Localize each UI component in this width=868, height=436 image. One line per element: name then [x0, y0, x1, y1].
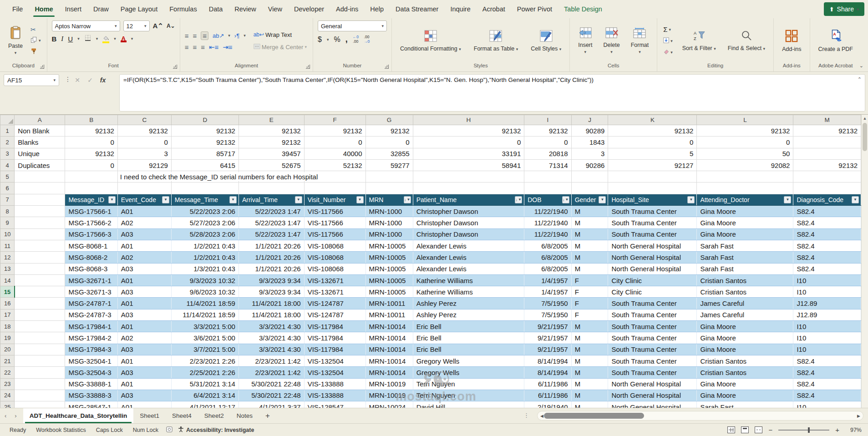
cell-B3[interactable]: 92132 — [65, 148, 117, 159]
cell-B15[interactable]: MSG-32671-3 — [65, 286, 117, 298]
cell-D13[interactable]: 1/3/2021 0:43 — [171, 263, 239, 274]
cell-G12[interactable]: MRN-10005 — [365, 252, 413, 263]
cell-J25[interactable]: M — [571, 401, 608, 408]
cell-F25[interactable]: VIS-128547 — [304, 401, 365, 408]
column-header-E[interactable]: E — [239, 115, 304, 125]
cell-G10[interactable]: MRN-1000 — [365, 228, 413, 240]
macro-record-icon[interactable] — [166, 426, 173, 434]
cell-E2[interactable]: 92132 — [239, 137, 304, 148]
cell-F14[interactable]: VIS-132671 — [304, 274, 365, 286]
cell-E8[interactable]: 5/22/2023 1:47 — [239, 206, 304, 217]
cell-L9[interactable]: Gina Moore — [697, 217, 793, 228]
cell-A14[interactable] — [15, 274, 65, 286]
cell-H13[interactable]: Alexander Lewis — [413, 263, 524, 274]
cell-K5[interactable] — [608, 171, 697, 183]
autosum-button[interactable]: Σ▾ — [662, 25, 674, 34]
cell-A13[interactable] — [15, 263, 65, 274]
row-header-20[interactable]: 20 — [0, 344, 15, 355]
cell-M18[interactable]: I10 — [793, 321, 861, 332]
ribbon-tab-inquire[interactable]: Inquire — [444, 0, 476, 18]
cell-E14[interactable]: 9/3/2023 9:34 — [239, 274, 304, 286]
cell-I11[interactable]: 6/8/2005 — [524, 240, 571, 251]
accessibility-status[interactable]: Accessibility: Investigate — [176, 426, 259, 434]
zoom-level[interactable]: 97% — [845, 427, 862, 433]
cell-A3[interactable]: Unique — [15, 148, 65, 159]
row-header-14[interactable]: 14 — [0, 274, 15, 286]
cell-C15[interactable]: A03 — [117, 286, 171, 298]
formula-bar-collapse-icon[interactable]: ⌃ — [858, 76, 862, 82]
cell-I12[interactable]: 6/8/2005 — [524, 252, 571, 263]
cell-M19[interactable]: I10 — [793, 332, 861, 344]
cell-K24[interactable]: North General Hospital — [608, 390, 697, 401]
filter-button[interactable]: ▼ — [295, 196, 302, 203]
cell-K3[interactable]: 5 — [608, 148, 697, 159]
cell-E21[interactable]: 2/23/2021 1:42 — [239, 355, 304, 366]
status-num-lock[interactable]: Num Lock — [128, 427, 163, 433]
cell-L1[interactable]: 92132 — [697, 125, 793, 137]
page-break-view-button[interactable] — [755, 426, 762, 433]
cell-A17[interactable] — [15, 309, 65, 320]
cell-K19[interactable]: South Trauma Center — [608, 332, 697, 344]
cell-F1[interactable]: 92132 — [304, 125, 365, 137]
cell-D17[interactable]: 11/14/2021 18:59 — [171, 309, 239, 320]
cell-D10[interactable]: 5/28/2023 2:06 — [171, 228, 239, 240]
cell-F8[interactable]: VIS-117566 — [304, 206, 365, 217]
text-direction-button[interactable]: ›¶ — [234, 32, 239, 39]
cell-M24[interactable]: S82.4 — [793, 390, 861, 401]
ribbon-tab-page-layout[interactable]: Page Layout — [115, 0, 163, 18]
cell-G23[interactable]: MRN-10019 — [365, 378, 413, 390]
insert-function-button[interactable]: fx — [97, 76, 108, 84]
decrease-decimal-button[interactable]: .00→0 — [364, 35, 370, 44]
cell-A25[interactable] — [15, 401, 65, 408]
cell-C3[interactable]: 3 — [117, 148, 171, 159]
cell-J15[interactable]: F — [571, 286, 608, 298]
ribbon-tab-acrobat[interactable]: Acrobat — [477, 0, 511, 18]
cell-C22[interactable]: A03 — [117, 367, 171, 378]
column-header-B[interactable]: B — [65, 115, 117, 125]
cell-C21[interactable]: A01 — [117, 355, 171, 366]
cell-L8[interactable]: Gina Moore — [697, 206, 793, 217]
cell-J13[interactable]: M — [571, 263, 608, 274]
cell-H20[interactable]: Eric Bell — [413, 344, 524, 355]
font-name-combo[interactable]: Aptos Narrow▾ — [52, 20, 120, 31]
cell-M15[interactable]: I10 — [793, 286, 861, 298]
cell-M21[interactable]: S82.4 — [793, 355, 861, 366]
cell-I21[interactable]: 8/14/1994 — [524, 355, 571, 366]
cell-I25[interactable]: 2/19/1940 — [524, 401, 571, 408]
decrease-indent-icon[interactable]: ⇤≡ — [209, 44, 218, 51]
cell-C18[interactable]: A01 — [117, 321, 171, 332]
cell-E10[interactable]: 5/22/2023 1:47 — [239, 228, 304, 240]
cell-K6[interactable] — [608, 183, 697, 194]
increase-decimal-button[interactable]: ←0.00 — [353, 35, 359, 44]
cell-G19[interactable]: MRN-10014 — [365, 332, 413, 344]
column-header-G[interactable]: G — [365, 115, 413, 125]
cell-L18[interactable]: Gina Moore — [697, 321, 793, 332]
cell-F9[interactable]: VIS-117566 — [304, 217, 365, 228]
vertical-scrollbar[interactable]: ▲ — [861, 115, 868, 408]
cell-C14[interactable]: A01 — [117, 274, 171, 286]
paste-button[interactable]: Paste ▾ — [5, 24, 26, 57]
cell-E18[interactable]: 3/3/2021 4:30 — [239, 321, 304, 332]
sheet-tab-sheet4[interactable]: Sheet4 — [166, 408, 198, 423]
cut-button[interactable]: ✂ — [29, 25, 42, 34]
cell-H18[interactable]: Eric Bell — [413, 321, 524, 332]
vertical-scrollbar-thumb[interactable] — [863, 123, 867, 151]
cell-I9[interactable]: 11/22/1940 — [524, 217, 571, 228]
cell-E1[interactable]: 92132 — [239, 125, 304, 137]
cell-D22[interactable]: 2/25/2021 2:26 — [171, 367, 239, 378]
increase-font-button[interactable]: A⌃ — [153, 22, 163, 30]
cell-A16[interactable] — [15, 298, 65, 309]
number-format-combo[interactable]: General▾ — [318, 20, 387, 31]
cell-C10[interactable]: A03 — [117, 228, 171, 240]
cell-L17[interactable]: James Careful — [697, 309, 793, 320]
status-ready[interactable]: Ready — [5, 427, 31, 433]
cell-G22[interactable]: MRN-10014 — [365, 367, 413, 378]
cell-G5[interactable] — [365, 171, 413, 183]
horizontal-scrollbar-thumb[interactable] — [544, 413, 644, 419]
ribbon-tab-data-streamer[interactable]: Data Streamer — [390, 0, 444, 18]
cell-B6[interactable] — [65, 183, 117, 194]
cell-I3[interactable]: 20818 — [524, 148, 571, 159]
increase-indent-icon[interactable]: ⇥≡ — [223, 44, 232, 51]
cell-M3[interactable] — [793, 148, 861, 159]
cell-E3[interactable]: 39457 — [239, 148, 304, 159]
